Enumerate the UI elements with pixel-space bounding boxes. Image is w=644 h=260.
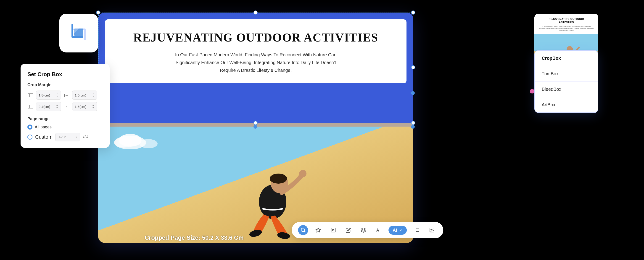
svg-text:|←: |← bbox=[64, 93, 68, 97]
custom-radio[interactable] bbox=[28, 135, 32, 140]
edit-tool-btn[interactable] bbox=[343, 225, 353, 235]
handle-img-br[interactable] bbox=[411, 125, 415, 129]
crop-box-panel: Set Crop Box Crop Margin ↑ 1.8(cm) ▲ ▼ |… bbox=[20, 64, 110, 148]
crop-dropdown: CropBox TrimBox BleedBox ArtBox bbox=[534, 50, 598, 113]
handle-tc[interactable] bbox=[254, 10, 258, 14]
page-range-label: Page range bbox=[28, 117, 103, 121]
svg-point-8 bbox=[114, 138, 132, 148]
left-margin-icon: |← bbox=[64, 92, 70, 98]
left-spin-down[interactable]: ▼ bbox=[92, 95, 95, 98]
custom-row: Custom 1–12 ▾ /24 bbox=[28, 133, 103, 141]
star-tool-btn[interactable] bbox=[313, 225, 323, 235]
page-range-input[interactable]: 1–12 ▾ bbox=[55, 133, 80, 141]
handle-br[interactable] bbox=[411, 121, 415, 125]
cropped-size-label: Cropped Page Size: 50.2 X 33.6 Cm bbox=[144, 234, 244, 241]
thumb-title: Rejuvenating OutdoorActivities bbox=[538, 17, 594, 24]
pdf-content-area: Rejuvenating Outdoor Activities In Our F… bbox=[105, 19, 406, 83]
panel-title: Set Crop Box bbox=[28, 71, 103, 77]
bottom-spin-up[interactable]: ▲ bbox=[56, 104, 59, 106]
custom-label: Custom bbox=[35, 134, 52, 140]
svg-point-38 bbox=[431, 229, 432, 230]
ai-tool-btn[interactable]: AI bbox=[388, 226, 407, 235]
crop-margin-label: Crop Margin bbox=[28, 83, 103, 87]
dropdown-item-trimbox[interactable]: TrimBox bbox=[535, 66, 598, 82]
crop-icon-card bbox=[60, 14, 98, 52]
all-pages-label: All pages bbox=[35, 125, 52, 130]
image-tool-btn[interactable] bbox=[427, 225, 437, 235]
top-spinner[interactable]: ▲ ▼ bbox=[56, 92, 59, 98]
left-spin-up[interactable]: ▲ bbox=[92, 92, 95, 95]
right-spin-up[interactable]: ▲ bbox=[92, 104, 95, 106]
bottom-spinner[interactable]: ▲ ▼ bbox=[56, 104, 59, 109]
top-spin-down[interactable]: ▼ bbox=[56, 95, 59, 98]
svg-rect-22 bbox=[534, 34, 598, 52]
right-spinner[interactable]: ▲ ▼ bbox=[92, 104, 95, 109]
bottom-spin-down[interactable]: ▼ bbox=[56, 107, 59, 109]
right-margin-icon: →| bbox=[64, 103, 70, 110]
dropdown-item-artbox[interactable]: ArtBox bbox=[535, 97, 598, 112]
right-spin-down[interactable]: ▼ bbox=[92, 107, 95, 109]
left-margin-input[interactable]: 1.6(cm) ▲ ▼ bbox=[72, 91, 97, 100]
svg-rect-30 bbox=[331, 228, 335, 232]
scene: Rejuvenating Outdoor Activities In Our F… bbox=[0, 0, 644, 260]
svg-point-15 bbox=[299, 170, 306, 177]
connector-dot-pink bbox=[530, 89, 534, 93]
right-margin-input[interactable]: 1.6(cm) ▲ ▼ bbox=[72, 102, 97, 111]
total-pages-label: /24 bbox=[83, 135, 88, 139]
svg-text:↓: ↓ bbox=[28, 103, 30, 108]
left-spinner[interactable]: ▲ ▼ bbox=[92, 92, 95, 98]
thumb-body: In Our Fast-Paced Modern World, Finding … bbox=[538, 25, 594, 31]
clouds-svg bbox=[112, 131, 158, 149]
dropdown-item-bleedbox[interactable]: BleedBox bbox=[535, 82, 598, 97]
svg-rect-0 bbox=[72, 24, 73, 38]
handle-tr[interactable] bbox=[411, 10, 415, 14]
svg-rect-1 bbox=[72, 36, 83, 38]
svg-rect-3 bbox=[84, 28, 86, 40]
svg-point-9 bbox=[139, 139, 158, 148]
svg-point-12 bbox=[270, 174, 287, 184]
handle-img-mr[interactable] bbox=[411, 91, 415, 95]
text-tool-btn[interactable]: A+ bbox=[374, 225, 384, 235]
bottom-margin-icon: ↓ bbox=[28, 103, 34, 110]
pdf-subtitle: In Our Fast-Paced Modern World, Finding … bbox=[174, 51, 338, 74]
all-pages-radio[interactable] bbox=[28, 125, 32, 130]
thumbnail-text-area: Rejuvenating OutdoorActivities In Our Fa… bbox=[534, 14, 598, 34]
handle-mr[interactable] bbox=[411, 65, 415, 69]
top-spin-up[interactable]: ▲ bbox=[56, 92, 59, 95]
top-margin-icon: ↑ bbox=[28, 92, 34, 98]
handle-bc[interactable] bbox=[254, 121, 258, 125]
bottom-margin-input[interactable]: 2.4(cm) ▲ ▼ bbox=[36, 102, 61, 111]
svg-marker-29 bbox=[316, 228, 320, 232]
page-range-section: Page range All pages Custom 1–12 ▾ /24 bbox=[28, 117, 103, 141]
pdf-title: Rejuvenating Outdoor Activities bbox=[133, 31, 378, 44]
list-tool-btn[interactable] bbox=[412, 225, 422, 235]
top-margin-input[interactable]: 1.8(cm) ▲ ▼ bbox=[36, 91, 61, 100]
crop-icon bbox=[67, 22, 90, 44]
crop-tool-btn[interactable] bbox=[298, 225, 308, 235]
box-tool-btn[interactable] bbox=[328, 225, 338, 235]
all-pages-row[interactable]: All pages bbox=[28, 125, 103, 130]
handle-img-bc[interactable] bbox=[254, 125, 257, 129]
toolbar: A+ AI bbox=[292, 222, 443, 238]
fill-tool-btn[interactable] bbox=[358, 225, 368, 235]
dropdown-item-cropbox[interactable]: CropBox bbox=[535, 51, 598, 66]
svg-text:→|: →| bbox=[64, 105, 68, 109]
handle-tl[interactable] bbox=[96, 10, 100, 14]
